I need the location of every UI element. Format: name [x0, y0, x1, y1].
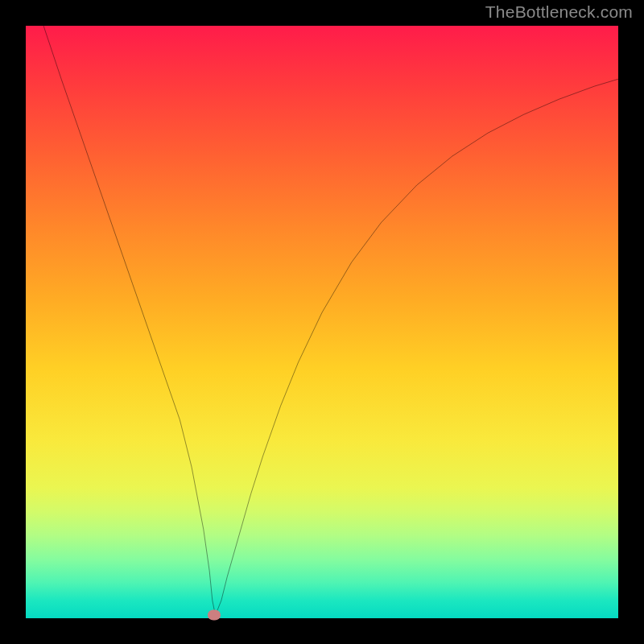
curve-svg [26, 26, 618, 618]
minimum-marker [208, 610, 221, 621]
curve-path [43, 26, 618, 615]
plot-area [26, 26, 618, 618]
watermark-text: TheBottleneck.com [485, 2, 633, 22]
chart-frame: TheBottleneck.com [0, 0, 644, 644]
